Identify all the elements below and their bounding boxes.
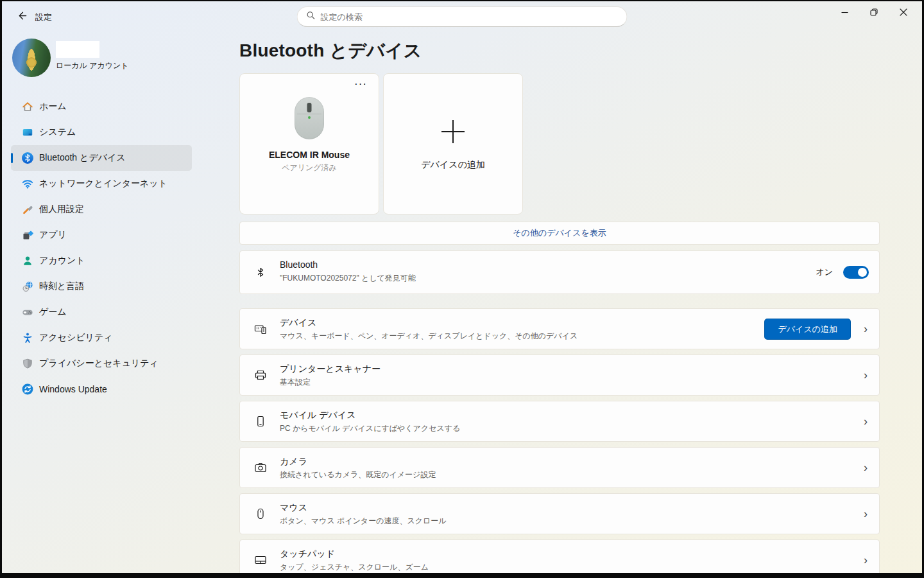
sidebar-item-label: プライバシーとセキュリティ: [39, 358, 158, 369]
search-icon: [307, 11, 316, 22]
page-title: Bluetooth とデバイス: [239, 39, 422, 63]
row-title: プリンターとスキャナー: [280, 363, 381, 375]
sidebar-item-label: アプリ: [39, 229, 67, 241]
wifi-icon: [21, 177, 34, 190]
toggle-state-label: オン: [816, 267, 833, 278]
accessibility-icon: [21, 331, 34, 344]
minimize-button[interactable]: [830, 1, 859, 23]
sidebar-item-label: 個人用設定: [39, 204, 84, 215]
sidebar-item-network[interactable]: ネットワークとインターネット: [11, 171, 192, 197]
person-icon: [21, 254, 34, 267]
bluetooth-toggle[interactable]: [843, 266, 869, 279]
sidebar-item-home[interactable]: ホーム: [11, 94, 192, 119]
avatar: [12, 39, 51, 77]
search-box[interactable]: [297, 6, 628, 27]
sidebar-item-bluetooth-devices[interactable]: Bluetooth とデバイス: [11, 145, 192, 171]
camera-row[interactable]: カメラ 接続されているカメラ、既定のイメージ設定 ›: [239, 447, 880, 488]
sidebar-item-windows-update[interactable]: Windows Update: [11, 376, 192, 402]
row-title: モバイル デバイス: [280, 410, 356, 421]
sidebar-item-label: アカウント: [39, 255, 85, 267]
show-more-devices-button[interactable]: その他のデバイスを表示: [239, 222, 880, 245]
show-more-devices-label: その他のデバイスを表示: [513, 227, 606, 239]
touchpad-row[interactable]: タッチパッド タップ、ジェスチャ、スクロール、ズーム ›: [239, 539, 880, 573]
close-button[interactable]: [889, 1, 918, 23]
sidebar-item-system[interactable]: システム: [11, 119, 192, 145]
mobile-phone-icon: [253, 414, 268, 429]
row-title: タッチパッド: [280, 548, 335, 560]
gamepad-icon: [21, 306, 34, 319]
app-title: 設定: [35, 12, 52, 23]
sidebar-item-label: 時刻と言語: [39, 281, 84, 292]
sidebar-item-label: ゲーム: [39, 306, 67, 318]
touchpad-icon: [253, 552, 268, 568]
home-icon: [21, 100, 34, 113]
mouse-row[interactable]: マウス ボタン、マウス ポインターの速度、スクロール ›: [239, 493, 880, 534]
mouse-device-image: [295, 97, 324, 139]
row-title: カメラ: [280, 456, 307, 468]
sidebar: ローカル アカウント ホーム システム Bluetooth とデバイス: [2, 32, 239, 573]
devices-icon: [253, 321, 268, 337]
bluetooth-row-title: Bluetooth: [280, 259, 318, 270]
row-subtitle: ボタン、マウス ポインターの速度、スクロール: [280, 516, 447, 527]
sidebar-item-label: Bluetooth とデバイス: [39, 152, 126, 164]
chevron-right-icon: ›: [864, 369, 868, 382]
mouse-icon: [253, 506, 268, 521]
add-device-card[interactable]: デバイスの追加: [383, 73, 523, 215]
plus-icon: [438, 117, 468, 146]
row-subtitle: PC からモバイル デバイスにすばやくアクセスする: [280, 423, 460, 434]
titlebar: 設定: [2, 1, 922, 32]
system-icon: [21, 126, 34, 139]
paired-device-card[interactable]: ··· ELECOM IR Mouse ペアリング済み: [239, 73, 379, 215]
brush-icon: [21, 203, 34, 216]
bluetooth-icon: [21, 152, 34, 164]
row-title: デバイス: [280, 317, 316, 329]
sidebar-item-privacy-security[interactable]: プライバシーとセキュリティ: [11, 351, 192, 376]
user-name-redacted: [56, 41, 99, 58]
chevron-right-icon: ›: [864, 461, 868, 475]
row-subtitle: 接続されているカメラ、既定のイメージ設定: [280, 469, 436, 480]
sidebar-item-label: アクセシビリティ: [39, 332, 113, 344]
globe-clock-icon: [21, 280, 34, 293]
row-subtitle: マウス、キーボード、ペン、オーディオ、ディスプレイとドック、その他のデバイス: [280, 331, 578, 342]
row-subtitle: タップ、ジェスチャ、スクロール、ズーム: [280, 562, 429, 573]
row-subtitle: 基本設定: [280, 377, 311, 388]
chevron-right-icon: ›: [864, 507, 868, 521]
back-button[interactable]: [12, 7, 31, 26]
chevron-right-icon: ›: [864, 554, 868, 567]
sidebar-item-personalization[interactable]: 個人用設定: [11, 197, 192, 222]
search-input[interactable]: [321, 12, 618, 22]
mobile-devices-row[interactable]: モバイル デバイス PC からモバイル デバイスにすばやくアクセスする ›: [239, 401, 880, 442]
settings-window: 設定 ローカル アカウント: [2, 1, 922, 573]
restore-button[interactable]: [859, 1, 889, 23]
sidebar-item-gaming[interactable]: ゲーム: [11, 299, 192, 325]
bluetooth-toggle-row: Bluetooth "FUKUMOTO2025072" として発見可能 オン: [239, 250, 880, 294]
sidebar-nav: ホーム システム Bluetooth とデバイス ネットワークとインターネット: [11, 94, 192, 402]
device-status: ペアリング済み: [282, 162, 337, 173]
add-device-button[interactable]: デバイスの追加: [764, 319, 851, 340]
sidebar-item-label: システム: [39, 127, 76, 138]
chevron-right-icon: ›: [864, 322, 868, 336]
sidebar-item-apps[interactable]: アプリ: [11, 222, 192, 248]
chevron-right-icon: ›: [864, 415, 868, 428]
sidebar-item-accessibility[interactable]: アクセシビリティ: [11, 325, 192, 351]
row-title: マウス: [280, 502, 307, 514]
bluetooth-row-subtitle: "FUKUMOTO2025072" として発見可能: [280, 273, 416, 284]
printer-icon: [253, 367, 268, 383]
account-button[interactable]: ローカル アカウント: [12, 39, 205, 77]
apps-icon: [21, 229, 34, 241]
sidebar-item-accounts[interactable]: アカウント: [11, 248, 192, 274]
sidebar-item-label: ホーム: [39, 101, 67, 112]
update-icon: [21, 383, 34, 396]
devices-row[interactable]: デバイス マウス、キーボード、ペン、オーディオ、ディスプレイとドック、その他のデ…: [239, 308, 880, 349]
printers-scanners-row[interactable]: プリンターとスキャナー 基本設定 ›: [239, 355, 880, 396]
sidebar-item-label: ネットワークとインターネット: [39, 178, 167, 189]
camera-icon: [253, 460, 268, 475]
sidebar-item-label: Windows Update: [39, 384, 107, 394]
device-menu-button[interactable]: ···: [350, 75, 371, 93]
sidebar-item-time-language[interactable]: 時刻と言語: [11, 274, 192, 299]
main-content: Bluetooth とデバイス ··· ELECOM IR Mouse ペアリン…: [239, 32, 880, 573]
add-device-card-label: デバイスの追加: [421, 159, 485, 171]
device-name: ELECOM IR Mouse: [269, 150, 350, 160]
window-controls: [830, 1, 918, 23]
back-arrow-icon: [17, 10, 28, 24]
